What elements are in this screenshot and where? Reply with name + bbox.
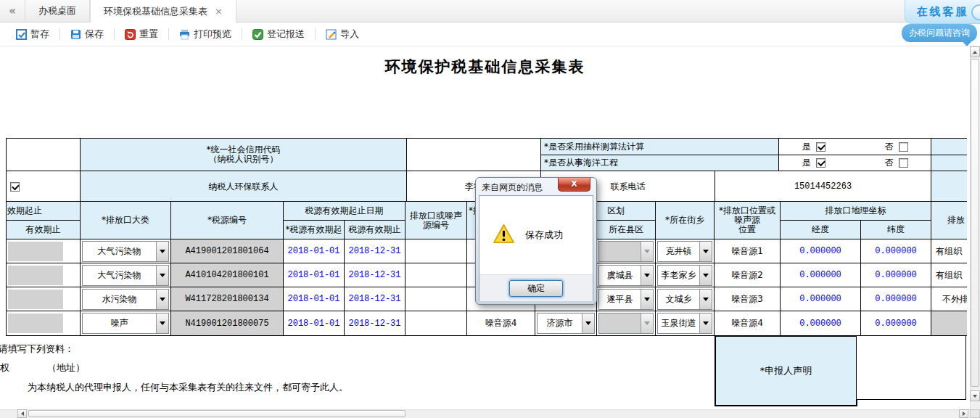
- chevron-down-icon[interactable]: [641, 290, 653, 309]
- import-icon: [326, 29, 337, 40]
- outlet-category-combo[interactable]: 大气污染物: [82, 265, 169, 286]
- marine-yes-checkbox[interactable]: [816, 158, 825, 168]
- valid-from-field[interactable]: 2018-01-01: [284, 287, 345, 311]
- validity-field-disabled: [7, 287, 81, 311]
- county-combo-cell: [597, 239, 656, 263]
- latitude-field[interactable]: 0.000000: [861, 311, 931, 336]
- chevron-down-icon[interactable]: [582, 314, 594, 333]
- valid-from-field[interactable]: 2018-01-01: [284, 311, 345, 336]
- valid-to-field[interactable]: 2018-12-31: [345, 311, 405, 336]
- chevron-down-icon[interactable]: [156, 314, 168, 333]
- latitude-field[interactable]: 0.000000: [861, 287, 931, 311]
- scroll-right-button[interactable]: [959, 409, 968, 418]
- outlet-no-field[interactable]: [405, 287, 467, 311]
- discharge-field[interactable]: 有组织: [931, 239, 967, 263]
- position-field[interactable]: 噪音源1: [715, 239, 781, 263]
- scroll-down-button[interactable]: [970, 390, 980, 401]
- outlet-category-combo[interactable]: 噪声: [82, 313, 169, 334]
- chevron-down-icon[interactable]: [641, 266, 653, 285]
- outlet-no-field[interactable]: [405, 263, 467, 287]
- save-button[interactable]: 保存: [63, 28, 111, 41]
- outlet-category-combo-cell: 大气污染物: [81, 239, 171, 263]
- position-field[interactable]: 噪音源4: [715, 311, 781, 336]
- tab-env-tax-form[interactable]: 环境保税基础信息采集表 ×: [90, 0, 236, 22]
- township-combo[interactable]: 文城乡: [657, 289, 712, 310]
- scroll-up-button[interactable]: [970, 46, 980, 57]
- chevron-down-icon[interactable]: [699, 314, 712, 333]
- county-combo[interactable]: 遂平县: [598, 289, 654, 310]
- marine-no-checkbox[interactable]: [899, 158, 908, 168]
- reset-button[interactable]: 重置: [118, 28, 165, 41]
- township-combo[interactable]: 李老家乡: [657, 265, 712, 286]
- longitude-field[interactable]: 0.000000: [781, 311, 861, 336]
- valid-to-field[interactable]: 2018-12-31: [345, 239, 405, 263]
- position-field[interactable]: 噪音源3: [715, 287, 781, 311]
- county-combo[interactable]: 虞城县: [598, 265, 654, 286]
- chevron-down-icon[interactable]: [699, 290, 712, 309]
- township-combo[interactable]: 克井镇: [657, 241, 712, 262]
- sampling-method-label: *是否采用抽样测算法计算: [541, 139, 779, 155]
- footer-address-line: 权 （地址）: [0, 361, 85, 374]
- county-combo: [598, 313, 654, 334]
- tab-desktop[interactable]: 办税桌面: [25, 0, 90, 22]
- chevron-down-icon: [641, 314, 653, 333]
- chevron-down-icon[interactable]: [156, 242, 168, 261]
- online-service-badge[interactable]: 在线客服: [905, 0, 980, 24]
- horizontal-scroll-thumb[interactable]: [28, 410, 405, 417]
- dialog-message: 保存成功: [525, 229, 563, 242]
- chevron-down-icon[interactable]: [156, 266, 168, 285]
- col-township: *所在街乡: [656, 202, 715, 239]
- sampling-yes-checkbox[interactable]: [816, 142, 825, 152]
- webpage-message-dialog: 来自网页的消息 X 保存成功 确定: [475, 177, 597, 305]
- collapse-tabs-icon[interactable]: «: [0, 0, 25, 22]
- yes-label: 是: [802, 157, 811, 169]
- footer-instruction: 请填写下列资料：: [0, 343, 74, 356]
- city-combo-cell: 济源市: [535, 311, 597, 336]
- cell-clipped: [931, 139, 967, 155]
- dialog-ok-button[interactable]: 确定: [509, 280, 563, 297]
- draft-button[interactable]: 暂存: [9, 28, 57, 41]
- position-field[interactable]: 噪音源2: [715, 263, 781, 287]
- valid-to-field[interactable]: 2018-12-31: [345, 263, 405, 287]
- chevron-down-icon[interactable]: [156, 290, 168, 309]
- import-button[interactable]: 导入: [318, 28, 366, 41]
- combo-value: 噪声: [83, 314, 156, 333]
- tab-close-icon[interactable]: ×: [215, 6, 223, 17]
- online-service-label: 在线客服: [917, 5, 969, 19]
- outlet-category-combo[interactable]: 水污染物: [82, 289, 169, 310]
- outlet-category-combo-cell: 大气污染物: [81, 263, 171, 287]
- longitude-field[interactable]: 0.000000: [781, 239, 861, 263]
- discharge-field[interactable]: 不外排: [931, 287, 967, 311]
- latitude-field[interactable]: 0.000000: [861, 239, 931, 263]
- longitude-field[interactable]: 0.000000: [781, 287, 861, 311]
- township-combo[interactable]: 玉泉街道: [657, 313, 712, 334]
- tab-bar: « 办税桌面 环境保税基础信息采集表 ×: [0, 0, 980, 22]
- valid-to-field[interactable]: 2018-12-31: [345, 287, 405, 311]
- vertical-scroll-thumb[interactable]: [971, 59, 979, 387]
- chevron-down-icon[interactable]: [699, 242, 712, 261]
- declaration-value-cell[interactable]: [857, 335, 966, 400]
- credit-code-field[interactable]: [407, 139, 541, 171]
- scroll-left-button[interactable]: [17, 409, 27, 418]
- chevron-down-icon[interactable]: [699, 266, 712, 285]
- city-combo[interactable]: 济源市: [537, 313, 595, 334]
- valid-from-field[interactable]: 2018-01-01: [284, 239, 345, 263]
- valid-from-field[interactable]: 2018-01-01: [284, 263, 345, 287]
- outlet-no-field[interactable]: [405, 311, 467, 336]
- source-no-field: A410104201800101: [171, 263, 284, 287]
- longitude-field[interactable]: 0.000000: [781, 263, 861, 287]
- discharge-field[interactable]: 有组织: [931, 263, 967, 287]
- outlet-no-field[interactable]: [405, 239, 467, 263]
- latitude-field[interactable]: 0.000000: [861, 263, 931, 287]
- register-submit-button[interactable]: 登记报送: [245, 28, 312, 41]
- print-preview-button[interactable]: 打印预览: [172, 28, 239, 41]
- sampling-no-checkbox[interactable]: [899, 142, 908, 152]
- col-geo-coords: 排放口地理坐标: [781, 202, 931, 221]
- row-select-checkbox[interactable]: [10, 182, 20, 192]
- outlet-category-combo[interactable]: 大气污染物: [82, 241, 169, 262]
- dialog-close-button[interactable]: X: [558, 178, 590, 192]
- col-validity-end: 有效期止: [7, 221, 81, 239]
- service-bubble[interactable]: 办税问题请咨询: [902, 24, 977, 42]
- noise-name-field[interactable]: 噪音源4: [467, 311, 535, 336]
- phone-field[interactable]: 15014452263: [715, 171, 931, 202]
